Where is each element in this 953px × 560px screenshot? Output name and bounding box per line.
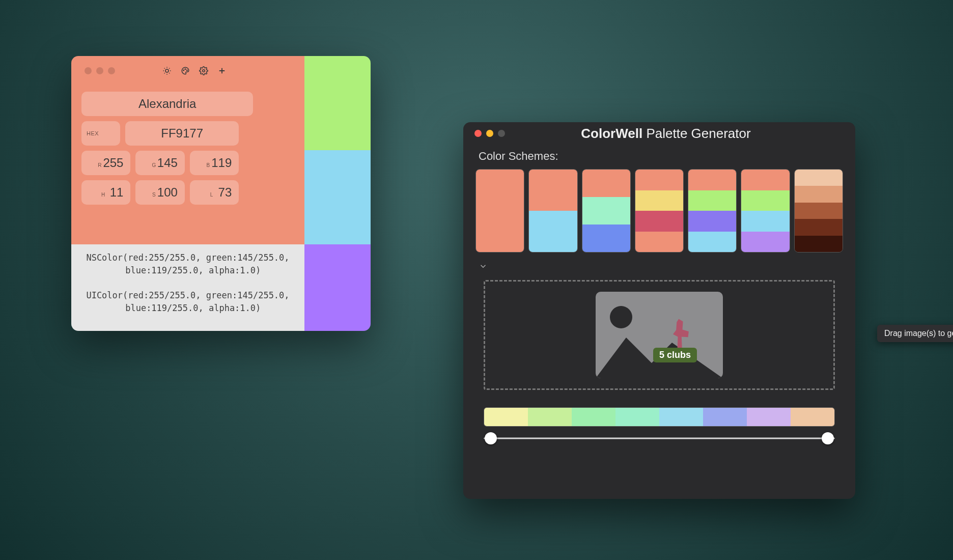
traffic-lights <box>471 130 505 137</box>
h-label: H <box>93 192 114 198</box>
picker-top: Alexandria HEX FF9177 R 255 G 145 B 119 <box>71 56 371 244</box>
hex-field[interactable]: FF9177 <box>125 121 239 146</box>
svg-point-4 <box>203 70 205 72</box>
close-icon[interactable] <box>474 130 482 137</box>
gradient-segment <box>703 408 747 426</box>
scheme-6[interactable] <box>741 169 790 253</box>
scheme-band <box>741 232 789 253</box>
scheme-band <box>582 170 630 197</box>
b-label: B <box>201 162 215 168</box>
scheme-band <box>688 170 736 190</box>
scheme-7[interactable] <box>794 169 843 253</box>
scheme-band <box>582 197 630 225</box>
gradient-segment <box>528 408 572 426</box>
gradient-segment <box>747 408 791 426</box>
gradient-preview[interactable] <box>484 407 835 427</box>
scheme-band <box>741 211 789 232</box>
generator-title-rest: Palette Generator <box>642 126 750 141</box>
plus-icon[interactable] <box>216 65 228 76</box>
scheme-band <box>741 190 789 211</box>
swatch-3[interactable] <box>304 244 371 331</box>
generator-title-bold: ColorWell <box>581 126 642 141</box>
image-dropzone[interactable]: 5 clubs Drag image(s) to generate a colo… <box>484 280 835 390</box>
scheme-band <box>529 170 577 211</box>
g-label: G <box>147 162 161 168</box>
code-output[interactable]: NSColor(red:255/255.0, green:145/255.0, … <box>71 244 304 331</box>
minimize-icon[interactable] <box>96 67 103 74</box>
traffic-lights <box>81 67 115 74</box>
chevron-down-icon <box>479 262 488 271</box>
scheme-1[interactable] <box>475 169 524 253</box>
mountain-icon <box>596 322 723 378</box>
color-picker-window: Alexandria HEX FF9177 R 255 G 145 B 119 <box>71 56 371 331</box>
s-field[interactable]: S 100 <box>135 180 184 205</box>
scheme-band <box>795 219 843 235</box>
r-field[interactable]: R 255 <box>81 151 130 175</box>
svg-point-2 <box>185 69 186 70</box>
generator-title: ColorWell Palette Generator <box>510 126 847 142</box>
svg-point-1 <box>183 70 184 71</box>
gradient-segment <box>572 408 615 426</box>
picker-side-swatches <box>304 56 371 244</box>
scheme-band <box>635 190 683 211</box>
range-slider[interactable] <box>484 430 835 447</box>
scheme-band <box>795 203 843 219</box>
scheme-2[interactable] <box>528 169 577 253</box>
zoom-icon[interactable] <box>498 130 505 137</box>
gear-icon[interactable] <box>198 65 209 76</box>
expand-toggle[interactable] <box>463 259 855 276</box>
swatch-2[interactable] <box>304 150 371 244</box>
picker-toolbar <box>161 65 253 76</box>
scheme-band <box>635 211 683 232</box>
minimize-icon[interactable] <box>486 130 493 137</box>
scheme-band <box>688 211 736 232</box>
slider-track <box>484 438 835 439</box>
swatch-1[interactable] <box>304 56 371 150</box>
schemes-row <box>463 165 855 259</box>
picker-titlebar <box>81 62 294 79</box>
scheme-band <box>795 170 843 186</box>
scheme-4[interactable] <box>635 169 684 253</box>
scheme-band <box>476 170 524 252</box>
scheme-band <box>795 186 843 202</box>
b-field[interactable]: B 119 <box>190 151 239 175</box>
brightness-icon[interactable] <box>161 65 173 76</box>
l-field[interactable]: L 73 <box>190 180 239 205</box>
palette-icon[interactable] <box>180 65 191 76</box>
color-name-field[interactable]: Alexandria <box>81 92 253 116</box>
gradient-segment <box>484 408 528 426</box>
palette-generator-window: ColorWell Palette Generator Color Scheme… <box>463 122 855 499</box>
scheme-band <box>688 190 736 211</box>
hsl-row: H 11 S 100 L 73 <box>81 180 239 205</box>
scheme-band <box>635 232 683 253</box>
image-placeholder-icon <box>596 292 723 378</box>
dropzone-tooltip: Drag image(s) to generate a color Palett… <box>877 325 953 342</box>
hex-row: HEX FF9177 <box>81 121 239 146</box>
scheme-band <box>529 211 577 252</box>
l-label: L <box>201 192 222 198</box>
svg-point-3 <box>187 70 188 71</box>
picker-bottom: NSColor(red:255/255.0, green:145/255.0, … <box>71 244 371 331</box>
slider-knob-min[interactable] <box>485 432 497 444</box>
close-icon[interactable] <box>85 67 92 74</box>
r-label: R <box>93 162 107 168</box>
scheme-5[interactable] <box>688 169 737 253</box>
generator-titlebar: ColorWell Palette Generator <box>463 122 855 145</box>
h-field[interactable]: H 11 <box>81 180 130 205</box>
scheme-band <box>795 236 843 252</box>
schemes-label: Color Schemes: <box>463 145 855 165</box>
scheme-band <box>741 170 789 190</box>
scheme-3[interactable] <box>582 169 631 253</box>
scheme-band <box>582 225 630 252</box>
zoom-icon[interactable] <box>108 67 115 74</box>
scheme-band <box>688 232 736 253</box>
gradient-segment <box>659 408 703 426</box>
gradient-segment <box>615 408 659 426</box>
rgb-row: R 255 G 145 B 119 <box>81 151 239 175</box>
svg-point-0 <box>165 69 169 72</box>
g-field[interactable]: G 145 <box>135 151 184 175</box>
hex-label: HEX <box>81 121 120 146</box>
picker-main-panel: Alexandria HEX FF9177 R 255 G 145 B 119 <box>71 56 304 244</box>
gradient-segment <box>791 408 834 426</box>
slider-knob-max[interactable] <box>822 432 834 444</box>
